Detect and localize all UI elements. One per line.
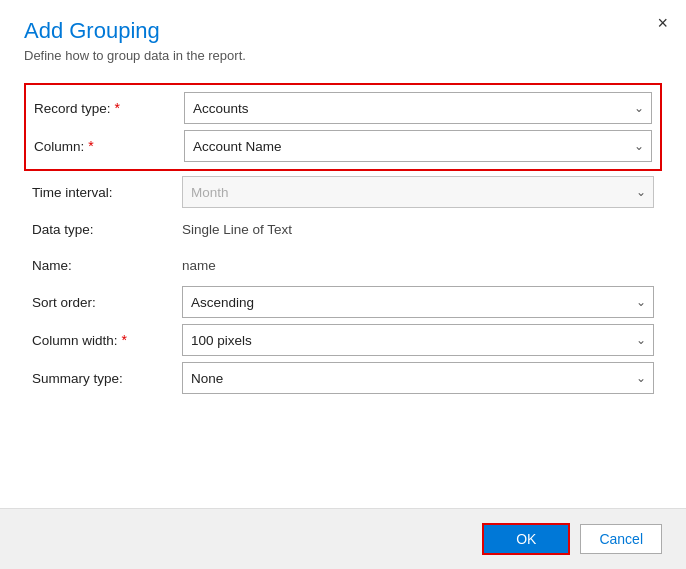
cancel-button[interactable]: Cancel [580,524,662,554]
add-grouping-dialog: Add Grouping Define how to group data in… [0,0,686,569]
time-interval-row: Time interval: Month Week Day Year ⌄ [24,173,662,211]
summary-type-control: None Average Count Sum Minimum Maximum ⌄ [182,362,654,394]
sort-order-row: Sort order: Ascending Descending ⌄ [24,283,662,321]
data-type-row: Data type: Single Line of Text [24,211,662,247]
column-width-select-wrapper: 100 pixels 150 pixels 200 pixels 250 pix… [182,324,654,356]
time-interval-control: Month Week Day Year ⌄ [182,176,654,208]
data-type-value-wrapper: Single Line of Text [182,221,654,237]
time-interval-label: Time interval: [32,185,182,200]
record-type-row: Record type: * Accounts Contacts Leads O… [26,89,660,127]
summary-type-label: Summary type: [32,371,182,386]
dialog-footer: OK Cancel [0,508,686,569]
summary-type-row: Summary type: None Average Count Sum Min… [24,359,662,397]
sort-order-select-wrapper: Ascending Descending ⌄ [182,286,654,318]
other-rows: Time interval: Month Week Day Year ⌄ [24,173,662,397]
column-row: Column: * Account Name Account Number Ci… [26,127,660,165]
dialog-header: Add Grouping Define how to group data in… [0,0,686,63]
name-value-wrapper: name [182,257,654,273]
column-required: * [88,138,93,154]
column-width-required: * [122,332,127,348]
record-type-select[interactable]: Accounts Contacts Leads Opportunities [184,92,652,124]
time-interval-select-wrapper: Month Week Day Year ⌄ [182,176,654,208]
highlighted-group: Record type: * Accounts Contacts Leads O… [24,83,662,171]
dialog-body: Record type: * Accounts Contacts Leads O… [0,63,686,508]
column-width-control: 100 pixels 150 pixels 200 pixels 250 pix… [182,324,654,356]
close-button[interactable]: × [657,14,668,32]
column-control: Account Name Account Number City Country… [184,130,652,162]
data-type-value: Single Line of Text [182,217,292,242]
column-label: Column: * [34,138,184,154]
column-select-wrapper: Account Name Account Number City Country… [184,130,652,162]
record-type-required: * [115,100,120,116]
dialog-subtitle: Define how to group data in the report. [24,48,662,63]
name-label: Name: [32,258,182,273]
sort-order-label: Sort order: [32,295,182,310]
summary-type-select[interactable]: None Average Count Sum Minimum Maximum [182,362,654,394]
record-type-control: Accounts Contacts Leads Opportunities ⌄ [184,92,652,124]
column-select[interactable]: Account Name Account Number City Country [184,130,652,162]
time-interval-select[interactable]: Month Week Day Year [182,176,654,208]
dialog-title: Add Grouping [24,18,662,44]
name-row: Name: name [24,247,662,283]
column-width-select[interactable]: 100 pixels 150 pixels 200 pixels 250 pix… [182,324,654,356]
sort-order-select[interactable]: Ascending Descending [182,286,654,318]
record-type-label: Record type: * [34,100,184,116]
record-type-select-wrapper: Accounts Contacts Leads Opportunities ⌄ [184,92,652,124]
data-type-label: Data type: [32,222,182,237]
name-value: name [182,253,216,278]
summary-type-select-wrapper: None Average Count Sum Minimum Maximum ⌄ [182,362,654,394]
ok-button[interactable]: OK [482,523,570,555]
column-width-label: Column width: * [32,332,182,348]
column-width-row: Column width: * 100 pixels 150 pixels 20… [24,321,662,359]
sort-order-control: Ascending Descending ⌄ [182,286,654,318]
